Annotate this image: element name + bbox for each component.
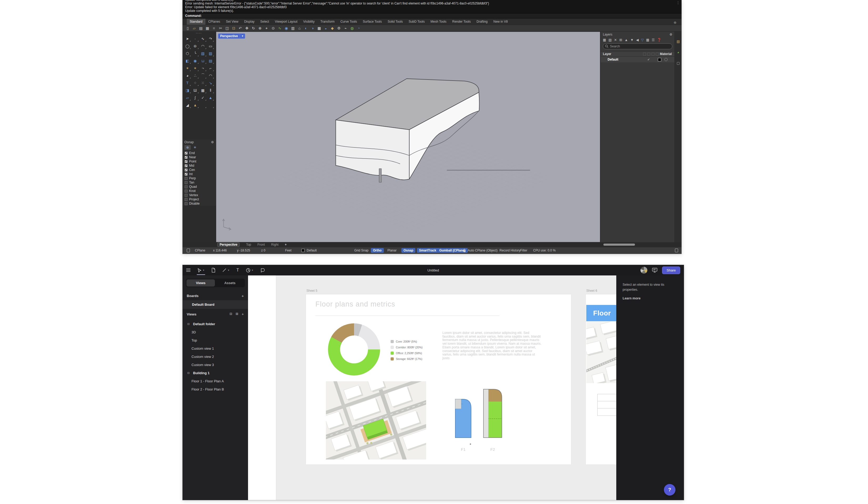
points-tool-icon[interactable]: ∴ <box>191 72 199 79</box>
osnap-option[interactable]: Quad <box>183 184 216 189</box>
list-view-icon[interactable]: ☰ <box>652 38 655 42</box>
collapse-icon[interactable]: ⊟ <box>187 371 191 375</box>
tab-solid-tools[interactable]: Solid Tools <box>385 19 406 25</box>
extrude-tool-icon[interactable]: ✶ <box>184 65 191 72</box>
tab-assets[interactable]: Assets <box>216 279 244 286</box>
corner-tool-icon[interactable]: ◢ <box>184 102 191 109</box>
toggle-smarttrack[interactable]: SmartTrack <box>417 248 438 253</box>
pan-icon[interactable]: ✥ <box>244 26 250 31</box>
options-gear-icon[interactable]: ⚙ <box>336 26 342 31</box>
tree-view-custom-3[interactable]: Custom view 3 <box>183 361 248 369</box>
viewport-tab-right[interactable]: Right <box>271 243 279 246</box>
osnap-option[interactable]: Knot <box>183 189 216 193</box>
tree-folder-building-1[interactable]: ⊟Building 1 <box>183 369 248 377</box>
filter-icon[interactable]: ▽ <box>641 38 644 42</box>
select-tool-icon[interactable]: ➤ <box>184 35 191 42</box>
tree-view-custom-2[interactable]: Custom view 2 <box>183 353 248 361</box>
toggle-auto-cplane[interactable]: Auto CPlane (Object) <box>468 249 497 252</box>
grid-view-icon[interactable]: ▦ <box>646 38 649 42</box>
new-file-icon[interactable]: ▯ <box>185 26 191 31</box>
viewport-tab-top[interactable]: Top <box>246 243 251 246</box>
viewport-layout-icon[interactable]: ▥ <box>290 26 296 31</box>
console-overflow-icon[interactable]: ⋮ <box>676 1 680 5</box>
tab-viewport-layout[interactable]: Viewport Layout <box>272 19 300 25</box>
layer-color-swatch[interactable] <box>658 58 661 61</box>
sidebar-item-default-board[interactable]: Default Board <box>183 300 248 309</box>
tab-drafting[interactable]: Drafting <box>474 19 490 25</box>
toggle-filter[interactable]: Filter <box>520 249 527 252</box>
tree-view-custom-1[interactable]: Custom view 1 <box>183 344 248 353</box>
text-tool-icon[interactable]: T <box>184 80 191 87</box>
osnap-option[interactable]: Cen <box>183 168 216 172</box>
copy-icon[interactable]: ◫ <box>224 26 230 31</box>
collapse-all-icon[interactable]: ⊟ <box>230 312 232 316</box>
tab-curve-tools[interactable]: Curve Tools <box>338 19 360 25</box>
smarttrack-tab-icon[interactable]: ✳ <box>192 145 198 150</box>
gear-icon[interactable]: ⚙ <box>669 33 672 36</box>
tree-view-3d[interactable]: 3D <box>183 328 248 336</box>
tree-view-top[interactable]: Top <box>183 336 248 344</box>
sheet-6-label[interactable]: Sheet 6 <box>586 289 597 293</box>
tab-transform[interactable]: Transform <box>318 19 338 25</box>
toggle-grid-snap[interactable]: Grid Snap <box>354 249 369 252</box>
add-view-icon[interactable]: + <box>242 312 244 316</box>
move-tool-icon[interactable]: ⁘ <box>191 80 199 87</box>
print-icon[interactable]: ▦ <box>204 26 210 31</box>
save-icon[interactable]: ▤ <box>198 26 204 31</box>
polyline-tool-icon[interactable]: ◠ <box>199 43 207 50</box>
panel-icon[interactable] <box>187 249 190 253</box>
chart-legend[interactable]: Core: 200ft² (5%) Corridor: 800ft² (20%)… <box>391 339 423 362</box>
osnap-option[interactable]: Project <box>183 197 216 201</box>
box-tool-icon[interactable]: ◧ <box>184 58 191 64</box>
command-prompt[interactable]: Command: <box>183 13 682 18</box>
point-tool-icon[interactable]: · <box>191 35 199 42</box>
display-tab-icon[interactable]: ▢ <box>676 61 680 65</box>
layer-material-icon[interactable] <box>664 58 668 61</box>
text-tool[interactable]: T <box>237 268 239 273</box>
zoom-icon[interactable]: ⊕ <box>257 26 263 31</box>
fillet-tool-icon[interactable]: ╰ <box>191 50 199 57</box>
boolean-tool-icon[interactable]: ◕ <box>184 72 191 79</box>
osnap-option[interactable]: Tan <box>183 180 216 184</box>
tab-surface-tools[interactable]: Surface Tools <box>360 19 385 25</box>
draw-line-tool[interactable]: ▼ <box>222 268 230 272</box>
sweep-tool-icon[interactable]: ✶ <box>191 65 199 72</box>
body-text[interactable]: Lorem ipsum dolor sit amet, consectetur … <box>442 331 541 360</box>
duplicate-layer-icon[interactable]: ⊞ <box>619 38 622 42</box>
sheet-tool-icon[interactable]: ▱ <box>184 94 191 101</box>
add-board-icon[interactable]: + <box>241 294 244 298</box>
check-tool-icon[interactable]: ✓ <box>199 94 207 101</box>
tab-display[interactable]: Display <box>241 19 257 25</box>
zoom-window-icon[interactable]: ⌖ <box>264 26 270 31</box>
shaded-view-icon[interactable]: ◐ <box>303 26 309 31</box>
rendered-view-icon[interactable]: ◒ <box>323 26 329 31</box>
paste-icon[interactable]: ⊡ <box>231 26 237 31</box>
match-tool-icon[interactable]: ◠ <box>207 72 214 79</box>
tab-cplanes[interactable]: CPlanes <box>205 19 223 25</box>
rectangle-tool-icon[interactable]: ▭ <box>207 43 214 50</box>
cylinder-tool-icon[interactable]: ⊔ <box>199 58 207 64</box>
floor-plan-f2[interactable] <box>483 389 502 438</box>
sphere-tool-icon[interactable]: ◉ <box>191 58 199 64</box>
area-donut-chart[interactable] <box>328 323 380 375</box>
status-active-layer[interactable]: Default <box>307 249 317 252</box>
floor-plan-f1[interactable] <box>455 399 471 438</box>
osnap-option[interactable]: Point <box>183 159 216 163</box>
zoom-selected-icon[interactable]: ⊙ <box>270 26 276 31</box>
polygon-tool-icon[interactable]: ⬡ <box>184 50 191 57</box>
sheet-4-edge[interactable] <box>248 275 276 500</box>
new-sublayer-icon[interactable]: ▧ <box>608 38 611 42</box>
palette-grip[interactable]: •••• <box>183 32 215 35</box>
move-left-icon[interactable]: ◀ <box>636 38 639 42</box>
sync-tab-icon[interactable]: ◕ <box>677 50 679 54</box>
tab-mesh-tools[interactable]: Mesh Tools <box>428 19 449 25</box>
collapse-icon[interactable]: ⊟ <box>187 322 191 326</box>
split-tool-icon[interactable]: ⌐ <box>207 65 214 72</box>
array-tool-icon[interactable]: ⁙ <box>199 80 207 87</box>
arc-tool-icon[interactable]: ↷ <box>207 35 214 42</box>
move-up-icon[interactable]: ▲ <box>624 38 628 42</box>
sheet-5-label[interactable]: Sheet 5 <box>307 289 317 293</box>
earth-icon[interactable]: ◍ <box>349 26 355 31</box>
toggle-record-history[interactable]: Record History <box>499 249 520 252</box>
cut-icon[interactable]: ✂ <box>218 26 224 31</box>
